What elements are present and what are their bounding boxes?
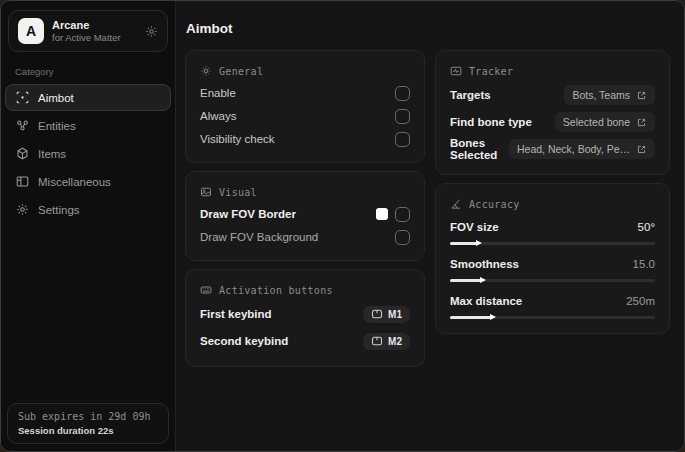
sidebar-item-aimbot[interactable]: Aimbot (5, 84, 171, 111)
sidebar-item-miscellaneous[interactable]: Miscellaneous (5, 168, 171, 195)
keybind-label: Second keybind (200, 335, 288, 347)
sidebar-item-label: Entities (38, 120, 76, 132)
setting-label: Always (200, 110, 236, 122)
keyboard-icon (200, 284, 212, 296)
subscription-card: Sub expires in 29d 09h Session duration … (7, 403, 169, 444)
keybind-row-first: First keybind M1 (200, 301, 410, 327)
visual-card-header: Visual (200, 180, 410, 203)
mouse-icon (371, 336, 383, 346)
tracker-label: Targets (450, 89, 491, 101)
brand-card: A Arcane for Active Matter (8, 10, 168, 52)
slider-thumb[interactable] (476, 240, 482, 246)
fov-border-color-swatch[interactable] (376, 208, 388, 220)
tracker-card: Tracker Targets Bots, Teams (435, 50, 670, 175)
activation-card: Activation buttons First keybind M1 (185, 269, 425, 367)
sidebar-item-items[interactable]: Items (5, 140, 171, 167)
second-keybind-button[interactable]: M2 (363, 333, 410, 350)
slider-value: 50° (638, 221, 655, 233)
general-icon (200, 65, 212, 77)
slider-thumb[interactable] (480, 277, 486, 283)
bones-selected-select[interactable]: Head, Neck, Body, Pe… (509, 139, 655, 159)
setting-label: Draw FOV Background (200, 231, 318, 243)
tracker-row-bones-selected: Bones Selected Head, Neck, Body, Pe… (450, 136, 655, 162)
setting-label: Visibility check (200, 133, 275, 145)
cube-icon (16, 147, 29, 160)
right-column: Tracker Targets Bots, Teams (435, 50, 670, 342)
slider-label: FOV size (450, 221, 499, 233)
smoothness-slider-block: Smoothness 15.0 (450, 254, 655, 282)
keybind-row-second: Second keybind M2 (200, 328, 410, 354)
always-checkbox[interactable] (395, 109, 410, 124)
visibility-check-checkbox[interactable] (395, 132, 410, 147)
brand-info: Arcane for Active Matter (52, 19, 121, 43)
app-name: Arcane (52, 19, 121, 31)
setting-row-draw-fov-border: Draw FOV Border (200, 203, 410, 225)
find-bone-type-select[interactable]: Selected bone (555, 112, 655, 132)
fov-size-slider[interactable] (450, 242, 655, 245)
draw-fov-background-checkbox[interactable] (395, 230, 410, 245)
sidebar-item-label: Miscellaneous (38, 176, 111, 188)
app-subtitle: for Active Matter (52, 32, 121, 43)
activation-card-header: Activation buttons (200, 278, 410, 301)
slider-thumb[interactable] (490, 314, 496, 320)
tracker-icon (450, 65, 462, 77)
targets-select[interactable]: Bots, Teams (564, 85, 655, 105)
entities-icon (16, 119, 29, 132)
first-keybind-button[interactable]: M1 (363, 306, 410, 323)
setting-row-enable: Enable (200, 82, 410, 104)
setting-label: Enable (200, 87, 236, 99)
layout-icon (16, 175, 29, 188)
left-column: General Enable Always Visibility check (185, 50, 425, 375)
smoothness-slider[interactable] (450, 279, 655, 282)
setting-row-draw-fov-background: Draw FOV Background (200, 226, 410, 248)
visual-card: Visual Draw FOV Border Draw FOV Backgrou… (185, 171, 425, 261)
keybind-label: First keybind (200, 308, 272, 320)
main-panel: Aimbot General (176, 1, 684, 451)
crosshair-icon (16, 91, 29, 104)
setting-row-visibility-check: Visibility check (200, 128, 410, 150)
sub-expires-text: Sub expires in 29d 09h (18, 411, 158, 422)
enable-checkbox[interactable] (395, 86, 410, 101)
slider-label: Smoothness (450, 258, 519, 270)
accuracy-card: Accuracy FOV size 50° (435, 183, 670, 334)
sidebar-item-label: Settings (38, 204, 80, 216)
select-expand-icon (636, 144, 647, 155)
slider-label: Max distance (450, 295, 522, 307)
tracker-row-targets: Targets Bots, Teams (450, 82, 655, 108)
angle-icon (450, 198, 462, 210)
sidebar-nav: Aimbot Entities (1, 84, 175, 223)
max-distance-slider[interactable] (450, 316, 655, 319)
sidebar-item-entities[interactable]: Entities (5, 112, 171, 139)
general-card-header: General (200, 59, 410, 82)
select-expand-icon (636, 117, 647, 128)
category-label: Category (15, 66, 161, 77)
tracker-row-find-bone-type: Find bone type Selected bone (450, 109, 655, 135)
visual-icon (200, 186, 212, 198)
general-card: General Enable Always Visibility check (185, 50, 425, 163)
slider-value: 15.0 (633, 258, 655, 270)
sidebar-item-label: Items (38, 148, 66, 160)
tracker-label: Bones Selected (450, 137, 509, 161)
tracker-label: Find bone type (450, 116, 532, 128)
sidebar-item-label: Aimbot (38, 92, 74, 104)
setting-label: Draw FOV Border (200, 208, 296, 220)
gear-icon (16, 203, 29, 216)
select-expand-icon (636, 90, 647, 101)
mouse-icon (371, 309, 383, 319)
sidebar-item-settings[interactable]: Settings (5, 196, 171, 223)
tracker-card-header: Tracker (450, 59, 655, 82)
sidebar: A Arcane for Active Matter Category (1, 1, 176, 451)
screen: A Arcane for Active Matter Category (0, 0, 685, 452)
setting-row-always: Always (200, 105, 410, 127)
accuracy-card-header: Accuracy (450, 192, 655, 215)
session-duration-text: Session duration 22s (18, 425, 158, 436)
slider-value: 250m (626, 295, 655, 307)
draw-fov-border-checkbox[interactable] (395, 207, 410, 222)
settings-gear-icon[interactable] (145, 25, 158, 38)
fov-size-slider-block: FOV size 50° (450, 217, 655, 245)
app-window: A Arcane for Active Matter Category (0, 0, 685, 452)
page-title: Aimbot (186, 21, 670, 36)
max-distance-slider-block: Max distance 250m (450, 291, 655, 319)
app-logo: A (18, 18, 44, 44)
